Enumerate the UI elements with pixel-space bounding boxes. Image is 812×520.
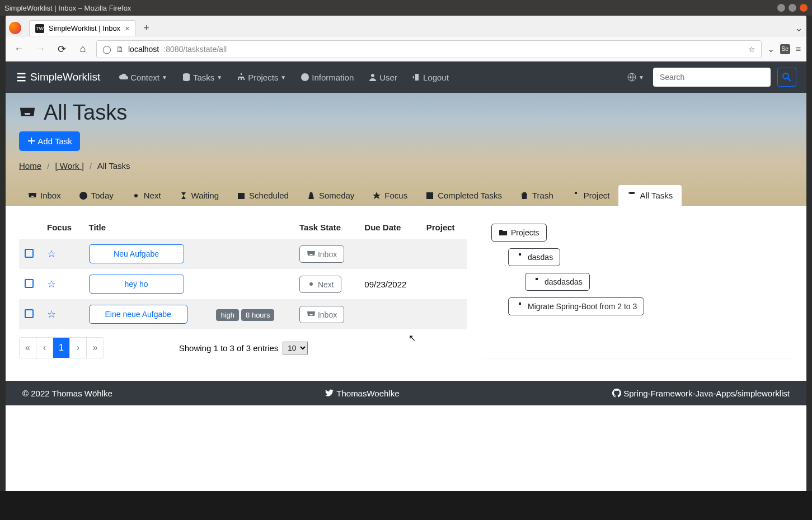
search-button[interactable] <box>777 68 796 87</box>
app-navbar: SimpleWorklist Context▼ Tasks▼ Projects▼… <box>6 62 806 93</box>
project-sidebar: Projects dasdas dasdasdas Migrate Spring… <box>484 216 793 358</box>
window-close-button[interactable] <box>800 4 808 12</box>
row-checkbox[interactable] <box>25 279 34 288</box>
inbox-icon <box>307 249 316 258</box>
page-next[interactable]: › <box>70 338 87 358</box>
selenium-icon[interactable]: Se <box>780 44 790 54</box>
new-tab-button[interactable]: + <box>140 22 153 34</box>
svg-point-10 <box>628 192 635 194</box>
page-prev[interactable]: ‹ <box>36 338 53 358</box>
nav-information[interactable]: Information <box>295 69 359 86</box>
bookmark-star-icon[interactable]: ☆ <box>748 45 755 54</box>
svg-point-5 <box>79 192 87 200</box>
col-focus[interactable]: Focus <box>41 216 83 239</box>
tab-all-tasks[interactable]: All Tasks <box>618 185 682 206</box>
browser-tab[interactable]: TW SimpleWorklist | Inbox × <box>29 20 135 36</box>
page-1[interactable]: 1 <box>53 338 70 358</box>
focus-star[interactable]: ☆ <box>47 309 56 320</box>
svg-point-2 <box>371 74 374 77</box>
footer-github[interactable]: Spring-Framework-Java-Apps/simpleworklis… <box>612 389 790 398</box>
hamburger-menu-button[interactable]: ≡ <box>796 44 801 54</box>
project-root[interactable]: Projects <box>491 224 547 242</box>
task-title-button[interactable]: hey ho <box>89 275 184 294</box>
add-task-button[interactable]: Add Task <box>19 131 80 151</box>
tab-someday[interactable]: Someday <box>298 185 363 206</box>
svg-point-11 <box>309 282 313 286</box>
page-info-icon: 🗎 <box>116 45 124 54</box>
tab-today[interactable]: Today <box>70 185 123 206</box>
tab-next[interactable]: Next <box>123 185 170 206</box>
tab-close-button[interactable]: × <box>125 24 129 33</box>
tab-completed[interactable]: Completed Tasks <box>416 185 511 206</box>
tab-project[interactable]: Project <box>562 185 619 206</box>
page-title: All Tasks <box>19 101 793 125</box>
col-due[interactable]: Due Date <box>359 216 420 239</box>
row-checkbox[interactable] <box>25 309 34 318</box>
sitemap-icon <box>237 73 246 82</box>
project-item[interactable]: dasdas <box>508 248 560 266</box>
nav-tasks[interactable]: Tasks▼ <box>176 69 228 86</box>
logout-icon <box>412 73 421 82</box>
page-content: SimpleWorklist Context▼ Tasks▼ Projects▼… <box>6 62 806 491</box>
pagination: « ‹ 1 › » <box>19 337 104 358</box>
tab-focus[interactable]: Focus <box>363 185 416 206</box>
nav-projects[interactable]: Projects▼ <box>231 69 292 86</box>
due-date-cell <box>359 239 420 269</box>
forward-button[interactable]: → <box>32 43 48 55</box>
col-state[interactable]: Task State <box>294 216 359 239</box>
task-state-button[interactable]: Inbox <box>299 306 344 323</box>
reload-button[interactable]: ⟳ <box>54 43 69 55</box>
back-button[interactable]: ← <box>11 43 27 55</box>
svg-rect-8 <box>426 192 433 199</box>
breadcrumb: Home / [ Work ] / All Tasks <box>19 161 793 171</box>
url-bar[interactable]: ◯ 🗎 localhost:8080/taskstate/all ☆ <box>96 40 762 58</box>
window-maximize-button[interactable] <box>788 4 796 12</box>
pocket-icon[interactable]: ⌄ <box>767 44 775 54</box>
focus-star[interactable]: ☆ <box>47 278 56 290</box>
nav-context[interactable]: Context▼ <box>114 69 173 86</box>
task-state-button[interactable]: Inbox <box>299 245 344 263</box>
search-input[interactable] <box>653 68 771 87</box>
breadcrumb-home[interactable]: Home <box>19 161 41 171</box>
twitter-icon <box>325 389 334 398</box>
tab-trash[interactable]: Trash <box>511 185 562 206</box>
footer-twitter[interactable]: ThomasWoehlke <box>325 389 399 398</box>
nav-language[interactable]: ▼ <box>622 69 650 85</box>
table-row: ☆ Neu Aufgabe Inbox <box>19 239 467 269</box>
inbox-icon <box>28 191 37 200</box>
project-item[interactable]: dasdasdas <box>525 273 590 291</box>
sitemap-icon <box>571 191 580 200</box>
tab-inbox[interactable]: Inbox <box>19 185 70 206</box>
tab-scheduled[interactable]: Scheduled <box>228 185 298 206</box>
home-button[interactable]: ⌂ <box>75 43 91 55</box>
task-title-button[interactable]: Eine neue Aufgabe <box>89 305 187 324</box>
row-checkbox[interactable] <box>25 249 34 258</box>
project-item[interactable]: Migrate Spring-Boot from 2 to 3 <box>508 297 644 315</box>
brand[interactable]: SimpleWorklist <box>16 71 100 83</box>
col-title[interactable]: Title <box>83 216 211 239</box>
browser-toolbar: ← → ⟳ ⌂ ◯ 🗎 localhost:8080/taskstate/all… <box>6 37 806 62</box>
url-path: :8080/taskstate/all <box>163 45 227 54</box>
cogs-icon <box>307 280 316 289</box>
cloud-icon <box>119 73 128 82</box>
favicon-icon: TW <box>35 24 44 33</box>
plus-icon <box>27 136 36 145</box>
os-titlebar: SimpleWorklist | Inbox – Mozilla Firefox <box>0 0 812 16</box>
task-state-button[interactable]: Next <box>299 276 341 293</box>
badge: high <box>216 309 239 321</box>
window-minimize-button[interactable] <box>777 4 785 12</box>
svg-rect-13 <box>536 278 538 280</box>
nav-logout[interactable]: Logout <box>406 69 454 86</box>
page-size-select[interactable]: 10 <box>283 342 308 354</box>
task-title-button[interactable]: Neu Aufgabe <box>89 244 184 263</box>
tab-list-button[interactable]: ⌄ <box>791 22 806 34</box>
svg-rect-14 <box>519 302 521 305</box>
focus-star[interactable]: ☆ <box>47 248 56 259</box>
breadcrumb-work[interactable]: [ Work ] <box>55 161 84 171</box>
tab-waiting[interactable]: Waiting <box>170 185 228 206</box>
page-first[interactable]: « <box>20 338 36 358</box>
col-project[interactable]: Project <box>421 216 467 239</box>
page-last[interactable]: » <box>87 338 104 358</box>
nav-user[interactable]: User <box>363 69 403 86</box>
road-icon <box>307 191 316 200</box>
